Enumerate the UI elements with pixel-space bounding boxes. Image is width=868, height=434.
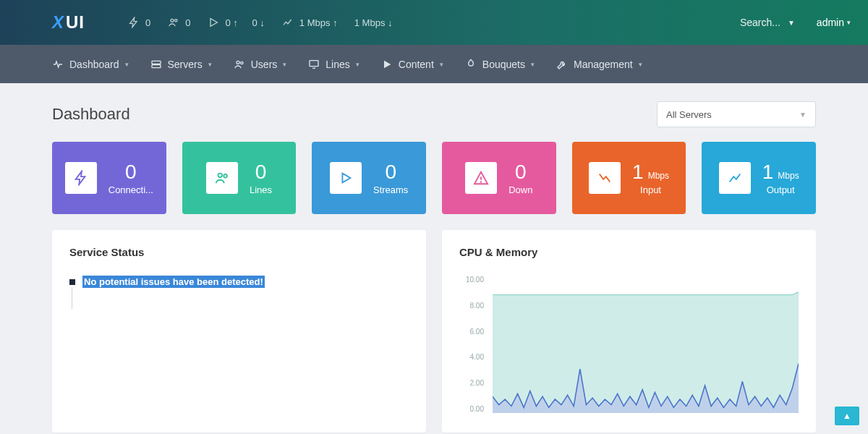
cpu-memory-chart: 10.008.006.004.002.000.00 — [459, 276, 799, 413]
card-connections[interactable]: 0Connecti... — [52, 142, 166, 214]
card-down-label: Down — [509, 184, 532, 196]
svg-point-4 — [237, 61, 239, 64]
card-lines-label: Lines — [250, 184, 272, 196]
server-select[interactable]: All Servers ▼ — [657, 101, 816, 127]
chevron-down-icon: ▾ — [283, 61, 286, 68]
stat-users: 0 — [168, 17, 190, 28]
nav-servers-label: Servers — [168, 59, 203, 70]
status-bullet-icon — [69, 279, 75, 285]
card-streams[interactable]: 0Streams — [312, 142, 426, 214]
chevron-down-icon: ▾ — [531, 61, 535, 68]
svg-rect-6 — [310, 60, 318, 66]
nav-dashboard[interactable]: Dashboard ▾ — [52, 59, 129, 70]
nav-servers[interactable]: Servers ▾ — [150, 59, 212, 70]
play-icon — [381, 59, 393, 70]
card-input-value: 1 — [632, 160, 644, 184]
svg-point-9 — [481, 182, 482, 182]
users-icon — [168, 17, 179, 28]
server-icon — [150, 59, 162, 70]
card-output[interactable]: 1MbpsOutput — [702, 142, 816, 214]
svg-point-5 — [240, 61, 242, 64]
trend-icon — [282, 17, 294, 28]
svg-point-0 — [171, 19, 174, 22]
card-output-label: Output — [767, 184, 795, 196]
top-stats: 0 0 0 ↑ 0 ↓ 1 Mbps ↑ 1 Mbps ↓ — [128, 17, 393, 28]
stat-connections: 0 — [128, 17, 150, 28]
chevron-down-icon: ▼ — [788, 19, 795, 27]
panel-service-title: Service Status — [69, 246, 409, 258]
nav-dashboard-label: Dashboard — [69, 59, 119, 70]
users-icon — [234, 59, 245, 70]
bouquet-icon — [465, 59, 477, 70]
svg-rect-2 — [152, 61, 161, 64]
stat-users-value: 0 — [185, 17, 190, 28]
monitor-icon — [308, 59, 320, 70]
search-label: Search... — [740, 17, 780, 28]
nav-lines[interactable]: Lines ▾ — [308, 59, 359, 70]
service-status-message: No potential issues have been detected! — [82, 276, 265, 288]
chevron-down-icon: ▾ — [440, 61, 443, 68]
nav-bouquets-label: Bouquets — [482, 59, 525, 70]
card-output-unit: Mbps — [778, 171, 799, 181]
bolt-icon — [65, 162, 97, 194]
panel-cpu-title: CPU & Memory — [459, 246, 799, 258]
trend-down-icon — [589, 162, 621, 194]
stat-streams: 0 ↑ 0 ↓ — [208, 17, 264, 28]
trend-up-icon — [719, 162, 751, 194]
card-streams-value: 0 — [385, 160, 396, 184]
chevron-down-icon: ▾ — [208, 61, 212, 68]
chevron-down-icon: ▾ — [356, 61, 359, 68]
card-lines-value: 0 — [255, 160, 267, 184]
nav-users-label: Users — [251, 59, 278, 70]
stat-output: 1 Mbps ↓ — [354, 17, 393, 28]
nav-content-label: Content — [399, 59, 434, 70]
card-input-unit: Mbps — [648, 171, 669, 181]
user-menu[interactable]: admin ▾ — [817, 17, 851, 28]
stat-input: 1 Mbps ↑ — [299, 17, 338, 28]
wrench-icon — [556, 59, 568, 70]
card-connections-value: 0 — [125, 160, 137, 184]
play-icon — [330, 162, 362, 194]
play-icon — [208, 17, 219, 28]
chart-y-axis: 10.008.006.004.002.000.00 — [459, 276, 488, 413]
scroll-top-button[interactable]: ▲ — [835, 407, 859, 425]
nav-bouquets[interactable]: Bouquets ▾ — [465, 59, 535, 70]
svg-point-1 — [175, 20, 177, 22]
logo-x: X — [52, 12, 64, 33]
nav-content[interactable]: Content ▾ — [381, 59, 443, 70]
search-dropdown[interactable]: Search... ▼ — [740, 17, 795, 28]
card-input-label: Input — [640, 184, 661, 196]
svg-point-8 — [224, 174, 227, 178]
stat-connections-value: 0 — [145, 17, 150, 28]
nav-management[interactable]: Management ▾ — [556, 59, 642, 70]
nav-lines-label: Lines — [326, 59, 349, 70]
card-down[interactable]: 0Down — [442, 142, 556, 214]
card-connections-label: Connecti... — [109, 184, 153, 196]
chevron-down-icon: ▾ — [847, 19, 851, 26]
card-input[interactable]: 1MbpsInput — [572, 142, 686, 214]
user-name: admin — [817, 17, 844, 28]
chevron-down-icon: ▼ — [799, 111, 807, 119]
users-icon — [206, 162, 238, 194]
svg-point-7 — [218, 174, 222, 178]
svg-rect-3 — [152, 64, 161, 67]
panel-cpu-memory: CPU & Memory 10.008.006.004.002.000.00 — [442, 230, 816, 433]
chevron-down-icon: ▾ — [639, 61, 642, 68]
status-divider — [72, 287, 72, 309]
bolt-icon — [128, 17, 140, 28]
card-lines[interactable]: 0Lines — [182, 142, 297, 214]
panel-service-status: Service Status No potential issues have … — [52, 230, 426, 433]
card-streams-label: Streams — [373, 184, 408, 196]
logo[interactable]: XUI — [52, 12, 85, 33]
pulse-icon — [52, 59, 64, 70]
main-nav: Dashboard ▾ Servers ▾ Users ▾ Lines ▾ Co… — [0, 45, 868, 83]
nav-users[interactable]: Users ▾ — [234, 59, 287, 70]
stat-streams-up: 0 ↑ — [225, 17, 237, 28]
page-title: Dashboard — [52, 105, 130, 124]
chevron-down-icon: ▾ — [125, 61, 129, 68]
alert-icon — [465, 162, 497, 194]
logo-text: UI — [66, 12, 85, 33]
stat-streams-down: 0 ↓ — [252, 17, 264, 28]
card-output-value: 1 — [762, 160, 774, 184]
nav-management-label: Management — [574, 59, 633, 70]
